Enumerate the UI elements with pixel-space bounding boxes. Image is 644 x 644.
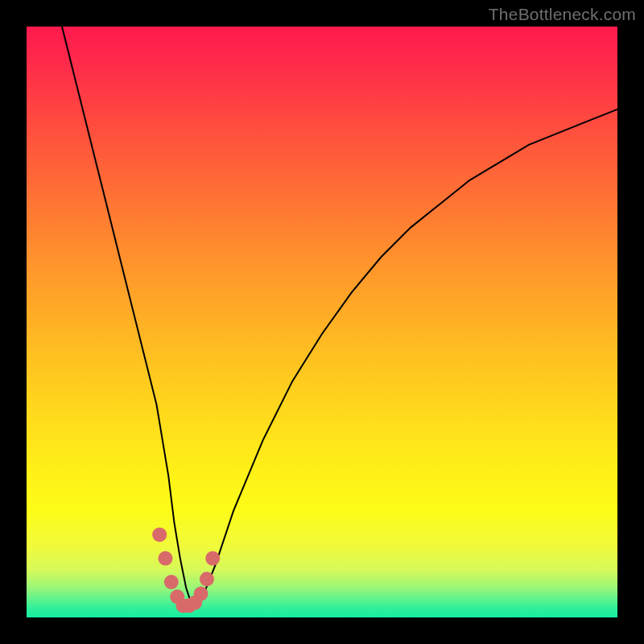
marker-dot [159,551,173,566]
marker-dot [164,575,179,589]
marker-dot [152,527,167,542]
bottleneck-curve [62,27,617,605]
chart-svg [27,27,617,617]
marker-dot [194,587,208,601]
highlight-markers [152,527,220,613]
marker-dot [205,551,220,566]
marker-dot [200,572,214,586]
watermark-label: TheBottleneck.com [489,5,636,24]
